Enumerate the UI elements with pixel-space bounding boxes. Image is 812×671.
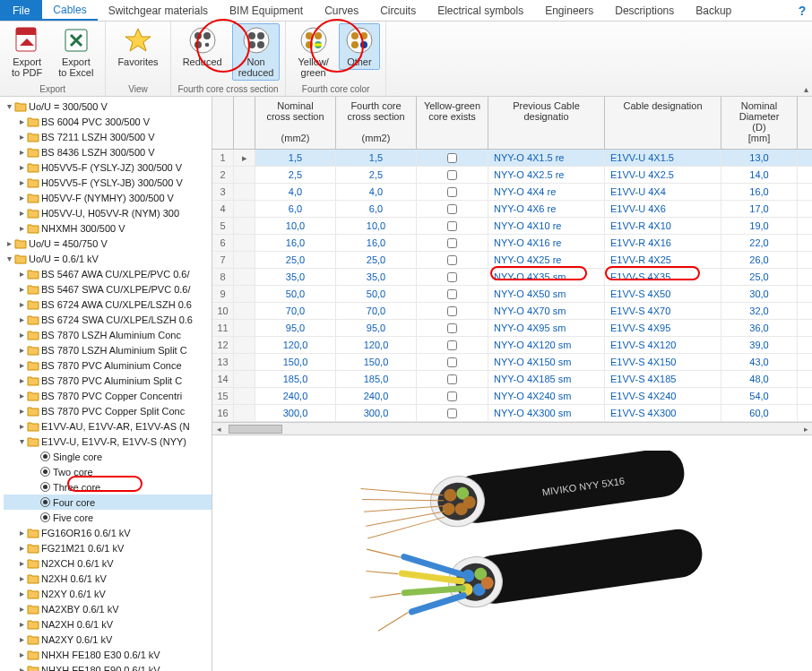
tree-item[interactable]: ▸BS 7870 PVC Copper Concentri bbox=[4, 388, 212, 403]
tree-uo450[interactable]: ▸Uo/U = 450/750 V bbox=[4, 236, 212, 251]
yg-checkbox[interactable] bbox=[447, 204, 457, 214]
cell-des[interactable]: E1VV-R 4X25 bbox=[605, 252, 721, 268]
tree-item[interactable]: ▸FG21M21 0.6/1 kV bbox=[4, 540, 212, 555]
ribbon-collapse-icon[interactable]: ▴ bbox=[804, 84, 808, 94]
tree-item[interactable]: ▸BS 5467 AWA CU/XLPE/PVC 0.6/ bbox=[4, 266, 212, 281]
expand-icon[interactable]: ▸ bbox=[16, 619, 27, 629]
cell-des[interactable]: E1VV-S 4X240 bbox=[605, 388, 721, 404]
radio-icon[interactable] bbox=[40, 497, 50, 507]
cell-diam[interactable]: 22,0 bbox=[721, 235, 798, 251]
cell-nominal[interactable]: 240,0 bbox=[255, 388, 336, 404]
cell-yg[interactable] bbox=[417, 388, 488, 404]
cell-yg[interactable] bbox=[417, 405, 488, 421]
tree-item[interactable]: ▸BS 7870 LSZH Aluminium Conc bbox=[4, 327, 212, 342]
expand-icon[interactable]: ▸ bbox=[16, 573, 27, 583]
yg-checkbox[interactable] bbox=[447, 289, 457, 299]
cell-nominal[interactable]: 6,0 bbox=[255, 201, 336, 217]
expand-icon[interactable]: ▸ bbox=[16, 649, 27, 659]
tree-core-3[interactable]: Four core bbox=[4, 495, 212, 510]
table-row[interactable]: 1▸1,51,5NYY-O 4X1.5 reE1VV-U 4X1.513,0 bbox=[212, 150, 812, 167]
cell-fourth[interactable]: 150,0 bbox=[336, 354, 417, 370]
tree-item[interactable]: ▸NHXH FE180 E30 0.6/1 kV bbox=[4, 647, 212, 662]
tree-item[interactable]: ▸BS 5467 SWA CU/XLPE/PVC 0.6/ bbox=[4, 281, 212, 297]
cell-fourth[interactable]: 120,0 bbox=[336, 337, 417, 353]
cell-des[interactable]: E1VV-S 4X120 bbox=[605, 337, 721, 353]
cell-diam[interactable]: 13,0 bbox=[721, 150, 798, 166]
tab-descriptions[interactable]: Descriptions bbox=[604, 0, 685, 21]
cell-yg[interactable] bbox=[417, 167, 488, 183]
yg-checkbox[interactable] bbox=[447, 238, 457, 248]
cell-yg[interactable] bbox=[417, 150, 488, 166]
cell-nominal[interactable]: 2,5 bbox=[255, 167, 336, 183]
expand-icon[interactable]: ▸ bbox=[16, 162, 27, 172]
expand-icon[interactable]: ▸ bbox=[16, 314, 27, 324]
yg-checkbox[interactable] bbox=[447, 409, 457, 418]
cell-fourth[interactable]: 10,0 bbox=[336, 218, 417, 234]
tree-core-1[interactable]: Two core bbox=[4, 464, 212, 479]
expand-icon[interactable]: ▸ bbox=[16, 406, 27, 416]
cell-prev[interactable]: NYY-O 4X95 sm bbox=[488, 320, 605, 336]
yg-checkbox[interactable] bbox=[447, 187, 457, 197]
reduced-button[interactable]: Reduced bbox=[177, 23, 229, 70]
cell-diam[interactable]: 43,0 bbox=[721, 354, 798, 370]
cell-prev[interactable]: NYY-O 4X50 sm bbox=[488, 286, 605, 302]
table-row[interactable]: 725,025,0NYY-O 4X25 reE1VV-R 4X2526,0 bbox=[212, 252, 812, 269]
tree-item[interactable]: ▸H05VV-U, H05VV-R (NYM) 300 bbox=[4, 205, 212, 220]
cell-yg[interactable] bbox=[417, 286, 488, 302]
cell-nominal[interactable]: 95,0 bbox=[255, 320, 336, 336]
tab-engineers[interactable]: Engineers bbox=[534, 0, 604, 21]
yg-checkbox[interactable] bbox=[447, 221, 457, 231]
cell-yg[interactable] bbox=[417, 235, 488, 251]
expand-icon[interactable]: ▸ bbox=[16, 330, 27, 340]
nonreduced-button[interactable]: Non reduced bbox=[232, 23, 281, 81]
expand-icon[interactable]: ▸ bbox=[16, 543, 27, 553]
tree-item[interactable]: ▸BS 6724 SWA CU/XLPE/LSZH 0.6 bbox=[4, 312, 212, 327]
cell-prev[interactable]: NYY-O 4X25 re bbox=[488, 252, 605, 268]
expand-icon[interactable]: ▸ bbox=[16, 360, 27, 370]
cell-yg[interactable] bbox=[417, 337, 488, 353]
yg-checkbox[interactable] bbox=[447, 153, 457, 163]
yg-checkbox[interactable] bbox=[447, 374, 457, 384]
cell-des[interactable]: E1VV-S 4X35 bbox=[605, 269, 721, 285]
expand-icon[interactable]: ▸ bbox=[16, 223, 27, 233]
expand-icon[interactable]: ▸ bbox=[16, 391, 27, 400]
scroll-left-icon[interactable]: ◂ bbox=[212, 425, 225, 434]
cell-nominal[interactable]: 25,0 bbox=[255, 252, 336, 268]
expand-icon[interactable]: ▾ bbox=[16, 436, 27, 446]
yg-checkbox[interactable] bbox=[447, 357, 457, 367]
tree-item[interactable]: ▸H05VV5-F (YSLY-JB) 300/500 V bbox=[4, 175, 212, 190]
cell-nominal[interactable]: 16,0 bbox=[255, 235, 336, 251]
expand-icon[interactable]: ▸ bbox=[4, 238, 14, 248]
cell-prev[interactable]: NYY-O 4X300 sm bbox=[488, 405, 605, 421]
cell-fourth[interactable]: 70,0 bbox=[336, 303, 417, 319]
tree-item[interactable]: ▸N2XH 0.6/1 kV bbox=[4, 571, 212, 586]
cell-des[interactable]: E1VV-R 4X16 bbox=[605, 235, 721, 251]
tree-e1vv[interactable]: ▾E1VV-U, E1VV-R, E1VV-S (NYY) bbox=[4, 434, 212, 449]
cell-yg[interactable] bbox=[417, 269, 488, 285]
tree-item[interactable]: ▸BS 7870 PVC Copper Split Conc bbox=[4, 403, 212, 418]
cell-yg[interactable] bbox=[417, 371, 488, 387]
cell-fourth[interactable]: 35,0 bbox=[336, 269, 417, 285]
col-des[interactable]: Cable designation bbox=[605, 97, 721, 149]
col-nominal[interactable]: Nominal cross section (mm2) bbox=[255, 97, 336, 149]
col-prev[interactable]: Previous Cable designatio bbox=[488, 97, 605, 149]
cell-yg[interactable] bbox=[417, 320, 488, 336]
cell-des[interactable]: E1VV-S 4X150 bbox=[605, 354, 721, 370]
cell-nominal[interactable]: 50,0 bbox=[255, 286, 336, 302]
cell-des[interactable]: E1VV-S 4X70 bbox=[605, 303, 721, 319]
tree-item[interactable]: ▸H05VV-F (NYMHY) 300/500 V bbox=[4, 190, 212, 205]
tree-item[interactable]: ▸BS 7870 PVC Aluminium Split C bbox=[4, 373, 212, 388]
cell-des[interactable]: E1VV-U 4X6 bbox=[605, 201, 721, 217]
tree-item[interactable]: ▸E1VV-AU, E1VV-AR, E1VV-AS (N bbox=[4, 418, 212, 434]
expand-icon[interactable]: ▾ bbox=[4, 254, 14, 263]
cell-nominal[interactable]: 10,0 bbox=[255, 218, 336, 234]
cell-yg[interactable] bbox=[417, 218, 488, 234]
tab-bim[interactable]: BIM Equipment bbox=[219, 0, 314, 21]
radio-icon[interactable] bbox=[40, 452, 50, 461]
cell-des[interactable]: E1VV-S 4X300 bbox=[605, 405, 721, 421]
cell-diam[interactable]: 36,0 bbox=[721, 320, 798, 336]
grid-body[interactable]: 1▸1,51,5NYY-O 4X1.5 reE1VV-U 4X1.513,022… bbox=[212, 150, 812, 422]
expand-icon[interactable]: ▸ bbox=[16, 116, 27, 126]
cell-nominal[interactable]: 185,0 bbox=[255, 371, 336, 387]
cell-fourth[interactable]: 16,0 bbox=[336, 235, 417, 251]
